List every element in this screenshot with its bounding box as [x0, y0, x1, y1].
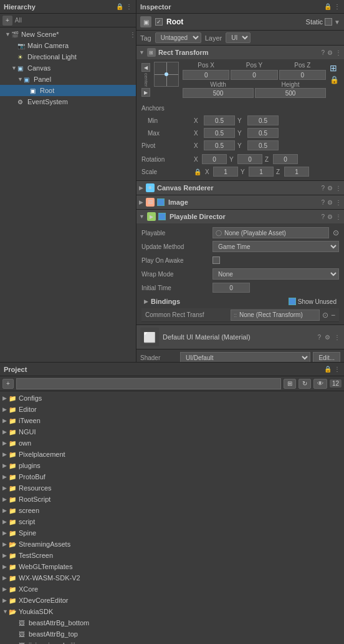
rotation-z-input[interactable] — [273, 154, 298, 164]
object-enabled-checkbox[interactable] — [155, 18, 163, 26]
img-settings-icon[interactable]: ⚙ — [327, 199, 333, 206]
project-item-streamingassets[interactable]: ▶ 📂 StreamingAssets — [0, 539, 344, 550]
inspector-menu-icon[interactable]: ⋮ — [334, 3, 340, 10]
cr-settings-icon[interactable]: ⚙ — [327, 185, 333, 192]
static-dropdown-arrow[interactable]: ▼ — [334, 19, 340, 26]
pos-y-input[interactable] — [231, 70, 277, 80]
static-checkbox[interactable] — [325, 18, 332, 26]
project-item-screen[interactable]: ▶ 📁 screen — [0, 505, 344, 516]
rect-transform-header[interactable]: ▼ ⊞ Rect Transform ? ⚙ ⋮ — [136, 46, 344, 59]
hierarchy-menu-icon[interactable]: ⋮ — [126, 3, 132, 10]
inspector-lock-icon[interactable]: 🔒 — [324, 3, 332, 10]
show-unused-checkbox[interactable] — [289, 298, 296, 305]
pd-playable-pick-icon[interactable]: ⊙ — [333, 228, 339, 237]
shader-edit-button[interactable]: Edit... — [313, 352, 340, 362]
project-item-itween[interactable]: ▶ 📁 iTween — [0, 415, 344, 426]
project-item-pixelplacement[interactable]: ▶ 📁 Pixelplacement — [0, 449, 344, 460]
rt-help-icon[interactable]: ? — [321, 49, 325, 56]
pd-update-method-dropdown[interactable]: Game Time — [213, 241, 339, 252]
project-item-plugins[interactable]: ▶ 📁 plugins — [0, 460, 344, 471]
shader-dropdown[interactable]: UI/Default — [180, 352, 310, 362]
project-tb-btn1[interactable]: ⊞ — [284, 379, 296, 389]
scale-x-input[interactable] — [213, 167, 238, 177]
anchor-max-y[interactable] — [247, 128, 279, 138]
pd-enabled-checkbox[interactable] — [158, 213, 166, 220]
pd-play-on-awake-checkbox[interactable] — [213, 256, 220, 264]
height-input[interactable] — [255, 88, 326, 98]
anchor-min-y[interactable] — [247, 115, 279, 125]
pivot-x[interactable] — [204, 140, 235, 150]
binding-value-field[interactable]: :: None (Rect Transform) — [231, 310, 320, 321]
scale-y-input[interactable] — [249, 167, 274, 177]
layer-dropdown[interactable]: UI — [226, 32, 251, 43]
pd-initial-time-input[interactable] — [213, 283, 250, 293]
tree-item-main-camera[interactable]: 📷 Main Camera — [0, 40, 136, 51]
project-lock-icon[interactable]: 🔒 — [324, 366, 332, 373]
project-menu-icon[interactable]: ⋮ — [334, 366, 340, 373]
project-item-beastattrBg-top[interactable]: 🖼 beastAttrBg_top — [0, 628, 344, 640]
pd-playable-field[interactable]: ◯ None (Playable Asset) — [213, 227, 329, 238]
tree-item-panel[interactable]: ▼ ▣ Panel — [0, 74, 136, 85]
binding-pick-icon[interactable]: ⊙ — [322, 311, 328, 320]
rt-more-icon[interactable]: ⋮ — [335, 49, 342, 56]
material-settings-icon[interactable]: ⚙ — [325, 334, 330, 341]
hierarchy-add-button[interactable]: + — [2, 16, 12, 26]
rt-left-arrow-up[interactable]: ◀ — [141, 63, 150, 72]
project-item-ngui[interactable]: ▶ 📁 NGUI — [0, 426, 344, 437]
tree-item-canvas[interactable]: ▼ ▣ Canvas — [0, 62, 136, 74]
project-item-webgltemplates[interactable]: ▶ 📁 WebGLTemplates — [0, 561, 344, 572]
cr-help-icon[interactable]: ? — [321, 185, 325, 192]
scene-menu-icon[interactable]: ⋮ — [130, 31, 136, 38]
img-enabled-checkbox[interactable] — [157, 198, 165, 206]
pos-z-input[interactable] — [279, 70, 326, 80]
pos-x-input[interactable] — [183, 70, 229, 80]
canvas-renderer-header[interactable]: ▶ 👁 Canvas Renderer ? ⚙ ⋮ — [136, 181, 344, 195]
material-help-icon[interactable]: ? — [317, 334, 321, 341]
tree-item-directional-light[interactable]: ☀ Directional Light — [0, 51, 136, 62]
rt-lock-icon[interactable]: 🔒 — [330, 76, 339, 84]
rt-settings-icon[interactable]: ⚙ — [327, 49, 333, 56]
anchor-max-x[interactable] — [204, 128, 235, 138]
project-add-button[interactable]: + — [2, 379, 14, 389]
pivot-y[interactable] — [247, 140, 279, 150]
rt-left-arrow-down[interactable]: ▶ — [141, 88, 150, 97]
binding-remove-button[interactable]: − — [331, 311, 335, 320]
project-item-beastattrBg-bottom[interactable]: 🖼 beastAttrBg_bottom — [0, 617, 344, 628]
project-item-xdevcoreeditor[interactable]: ▶ 📁 XDevCoreEditor — [0, 595, 344, 606]
scale-z-input[interactable] — [284, 167, 309, 177]
pd-more-icon[interactable]: ⋮ — [335, 213, 342, 220]
tree-item-eventsystem[interactable]: ⚙ EventSystem — [0, 96, 136, 107]
project-item-editor[interactable]: ▶ 📁 Editor — [0, 404, 344, 415]
pd-settings-icon[interactable]: ⚙ — [327, 213, 333, 220]
width-input[interactable] — [183, 88, 254, 98]
rt-blueprint-icon[interactable]: ⊞ — [330, 63, 339, 73]
hierarchy-lock-icon[interactable]: 🔒 — [116, 3, 123, 10]
rotation-y-input[interactable] — [237, 154, 262, 164]
project-search-input[interactable] — [16, 378, 281, 389]
image-header[interactable]: ▶ 🖼 Image ? ⚙ ⋮ — [136, 195, 344, 209]
project-item-xcore[interactable]: ▶ 📁 XCore — [0, 583, 344, 595]
project-item-configs[interactable]: ▶ 📁 Configs — [0, 393, 344, 404]
pd-header[interactable]: ▼ ▶ Playable Director ? ⚙ ⋮ — [136, 210, 344, 223]
project-item-youkiasdk[interactable]: ▼ 📂 YoukiaSDK — [0, 606, 344, 617]
project-item-resources[interactable]: ▶ 📁 Resources — [0, 482, 344, 494]
material-more-icon[interactable]: ⋮ — [334, 334, 340, 341]
project-item-wx-wasm-sdk-v2[interactable]: ▶ 📁 WX-WASM-SDK-V2 — [0, 572, 344, 583]
cr-more-icon[interactable]: ⋮ — [335, 185, 342, 192]
project-item-rootscript[interactable]: ▶ 📁 RootScript — [0, 494, 344, 505]
project-item-protobuf[interactable]: ▶ 📁 ProtoBuf — [0, 471, 344, 482]
img-help-icon[interactable]: ? — [321, 199, 325, 206]
tree-item-new-scene[interactable]: ▼ 🎬 New Scene* ⋮ — [0, 29, 136, 40]
pd-help-icon[interactable]: ? — [321, 213, 325, 220]
project-item-testscreen[interactable]: ▶ 📁 TestScreen — [0, 550, 344, 561]
project-item-spine[interactable]: ▶ 📁 Spine — [0, 527, 344, 539]
rotation-x-input[interactable] — [202, 154, 227, 164]
project-item-own[interactable]: ▶ 📁 own — [0, 437, 344, 449]
tag-dropdown[interactable]: Untagged — [155, 32, 201, 43]
pd-wrap-mode-dropdown[interactable]: None — [213, 268, 339, 280]
project-tb-btn3[interactable]: 👁 — [313, 379, 327, 389]
project-tb-btn2[interactable]: ↻ — [299, 379, 311, 389]
project-item-jixian-img-heijian[interactable]: 🖼 jixian_img_heijian — [0, 640, 344, 644]
tree-item-root[interactable]: ▣ Root — [0, 85, 136, 96]
project-item-script[interactable]: ▶ 📁 script — [0, 516, 344, 527]
